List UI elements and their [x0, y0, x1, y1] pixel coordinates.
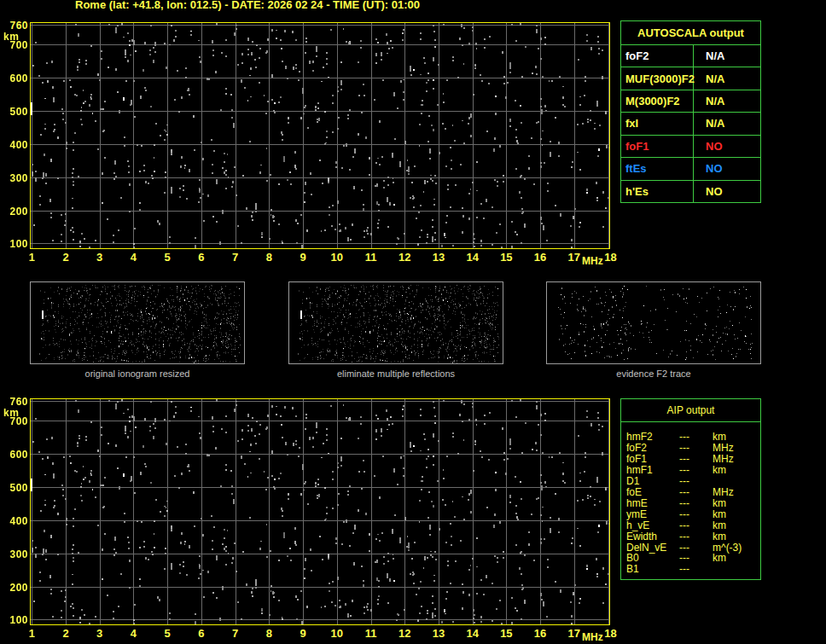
y-tick-label: 200	[0, 206, 28, 217]
x-tick-label: 3	[84, 251, 115, 264]
autoscala-row-ftes: ftEsNO	[621, 158, 760, 180]
aip-param-unit: km	[713, 498, 760, 509]
autoscala-param-value: N/A	[694, 113, 760, 134]
y-tick-label: 100	[0, 239, 28, 249]
y-tick-label: 500	[0, 483, 28, 493]
x-tick-label: 11	[356, 251, 387, 264]
aip-param-value: ---	[679, 465, 713, 476]
x-tick-label: 9	[288, 627, 318, 640]
aip-param-value: ---	[679, 443, 713, 454]
aip-param-unit: MHz	[713, 487, 760, 498]
aip-param-unit: MHz	[713, 443, 760, 454]
x-tick-label: 1	[16, 627, 47, 640]
autoscala-param-label: ftEs	[621, 158, 694, 179]
aip-param-unit: km	[713, 432, 760, 443]
aip-param-value: ---	[679, 476, 713, 487]
aip-row-yme: ymE---km	[626, 509, 760, 520]
aip-row-foe: foE---MHz	[626, 487, 760, 498]
x-tick-label: 8	[253, 251, 284, 264]
x-tick-label: 12	[389, 627, 420, 640]
aip-param-value: ---	[679, 487, 713, 498]
autoscala-param-label: foF1	[621, 136, 694, 157]
aip-row-h_ve: h_vE---km	[626, 520, 760, 531]
autoscala-param-value: N/A	[694, 90, 760, 112]
x-tick-label: 5	[152, 251, 183, 264]
x-tick-label: 10	[322, 251, 352, 264]
aip-row-b0: B0---km	[626, 553, 760, 564]
aip-param-unit: MHz	[713, 454, 760, 465]
aip-param-unit	[713, 564, 760, 575]
autoscala-param-value: N/A	[694, 45, 760, 67]
aip-param-unit: km	[713, 465, 760, 476]
aip-param-value: ---	[679, 454, 713, 465]
aip-row-b1: B1---	[626, 564, 760, 575]
x-tick-label: 9	[288, 251, 318, 264]
aip-param-unit: km	[713, 553, 760, 564]
x-tick-label: 12	[389, 251, 420, 264]
autoscala-row-hes: h'EsNO	[621, 181, 760, 202]
aip-param-unit	[713, 476, 760, 487]
autoscala-param-value: NO	[694, 158, 760, 179]
aip-row-deln_ve: DelN_vE---m^(-3)	[626, 542, 760, 554]
aip-param-value: ---	[679, 564, 713, 575]
y-axis-unit-bottom: km	[3, 409, 19, 417]
autoscala-row-fof2: foF2N/A	[621, 45, 760, 67]
aip-param-label: foE	[626, 487, 679, 498]
autoscala-row-fof1: foF1NO	[621, 136, 760, 158]
aip-param-label: foF1	[626, 454, 679, 465]
thumbnail-3	[546, 281, 761, 364]
aip-param-unit: km	[713, 520, 760, 531]
x-axis-unit-top: MHz	[582, 255, 603, 267]
autoscala-param-value: NO	[694, 181, 760, 202]
aip-param-value: ---	[679, 531, 713, 542]
x-tick-label: 7	[220, 627, 251, 640]
aip-row-hmf1: hmF1---km	[626, 465, 760, 476]
thumbnail-canvas-3	[547, 282, 760, 363]
autoscala-row-m3000f2: M(3000)F2N/A	[621, 90, 760, 113]
y-tick-label: 500	[0, 107, 28, 117]
x-tick-label: 2	[50, 627, 81, 640]
aip-table-title: AIP output	[621, 399, 760, 422]
autoscala-row-muf3000f2: MUF(3000)F2N/A	[621, 67, 760, 90]
y-tick-label: 200	[0, 583, 28, 593]
autoscala-param-label: foF2	[621, 45, 694, 67]
y-tick-label: 760	[0, 397, 28, 407]
x-tick-label: 16	[525, 627, 556, 640]
aip-row-ewidth: Ewidth---km	[626, 531, 760, 542]
aip-param-label: hmF2	[626, 432, 679, 443]
thumbnail-canvas-2	[289, 282, 503, 363]
x-tick-label: 13	[423, 627, 454, 640]
x-tick-label: 5	[152, 627, 183, 640]
thumbnail-canvas-1	[31, 282, 244, 363]
x-tick-label: 16	[525, 251, 556, 264]
aip-row-hmf2: hmF2---km	[626, 432, 760, 443]
aip-row-fof2: foF2---MHz	[626, 443, 760, 454]
autoscala-param-label: M(3000)F2	[621, 90, 694, 112]
x-tick-label: 11	[356, 627, 387, 640]
x-tick-label: 6	[186, 627, 217, 640]
aip-row-d1: D1---	[626, 476, 760, 487]
y-tick-label: 300	[0, 173, 28, 183]
aip-param-value: ---	[679, 432, 713, 443]
ionogram-canvas-top	[31, 23, 609, 248]
autoscala-param-label: h'Es	[621, 181, 694, 202]
y-tick-label: 600	[0, 450, 28, 460]
x-axis-unit-bottom: MHz	[582, 631, 603, 643]
aip-param-label: ymE	[626, 509, 679, 520]
x-tick-label: 14	[457, 627, 488, 640]
y-axis-unit-top: km	[3, 32, 19, 41]
x-tick-label: 7	[220, 251, 251, 264]
aip-param-value: ---	[679, 509, 713, 520]
aip-output-table: AIP output hmF2---kmfoF2---MHzfoF1---MHz…	[620, 398, 761, 580]
y-tick-label: 400	[0, 140, 28, 150]
x-tick-label: 3	[84, 627, 115, 640]
ionogram-canvas-bottom	[31, 399, 609, 624]
aip-param-value: ---	[679, 520, 713, 531]
aip-param-label: hmF1	[626, 465, 679, 476]
x-tick-label: 6	[186, 251, 217, 264]
autoscala-screen: Rome (lat: +41.8, lon: 012.5) - DATE: 20…	[0, 0, 826, 644]
x-tick-label: 15	[491, 251, 521, 264]
x-tick-label: 2	[50, 251, 81, 264]
x-tick-label: 15	[491, 627, 521, 640]
aip-param-label: D1	[626, 476, 679, 487]
